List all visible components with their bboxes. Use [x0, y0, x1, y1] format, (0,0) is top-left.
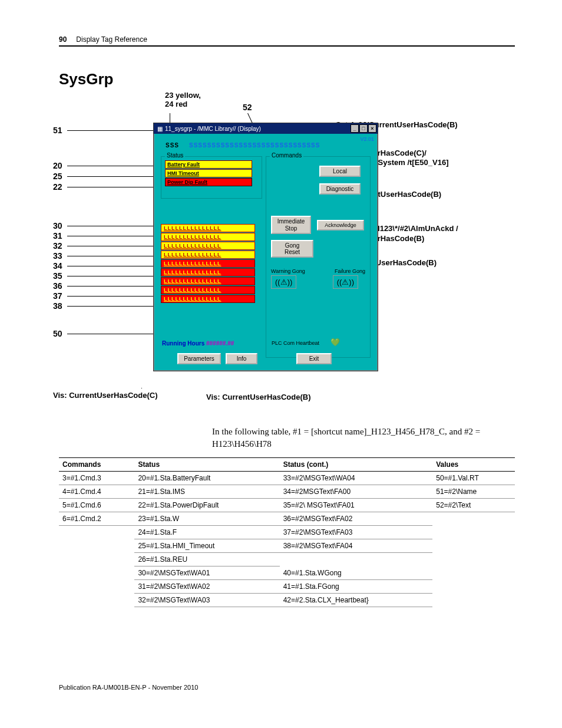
table-cell: 40=#1.Sta.WGong: [280, 566, 433, 580]
table-cell: 36=#2\MSGText\FA02: [280, 512, 433, 526]
local-button[interactable]: Local: [319, 166, 361, 177]
immediate-stop-button[interactable]: Immediate Stop: [271, 216, 311, 234]
failure-gong-label: Failure Gong: [335, 268, 365, 274]
commands-group-label: Commands: [270, 152, 303, 159]
callout-51: 51: [53, 126, 62, 135]
tag-table: Commands Status Status (cont.) Values 3=…: [59, 457, 515, 607]
callout-25: 25: [53, 172, 62, 181]
callout-36: 36: [53, 281, 62, 291]
list-item: LLLLLLLLLLLLLLL: [161, 268, 255, 276]
running-hours-value: ######.##: [206, 340, 234, 347]
table-cell: 30=#2\MSGText\WA01: [134, 566, 279, 580]
status-hmi-timeout: HMI Timeout: [165, 169, 252, 177]
heartbeat-icon: 💚: [330, 338, 340, 347]
table-cell: [432, 594, 515, 607]
table-cell: 50=#1.Val.RT: [432, 472, 515, 485]
table-cell: [280, 553, 433, 566]
status-power-dip: Power Dip Fault: [165, 178, 252, 186]
maximize-icon[interactable]: □: [359, 124, 368, 133]
col-values: Values: [432, 458, 515, 472]
gong-reset-button[interactable]: Gong Reset: [271, 240, 313, 258]
acknowledge-button[interactable]: Acknowledge: [317, 220, 364, 230]
callout-32: 32: [53, 241, 62, 251]
close-icon[interactable]: ×: [368, 124, 376, 133]
table-cell: 37=#2\MSGText\FA03: [280, 526, 433, 539]
table-cell: 21=#1.Sta.IMS: [134, 485, 279, 499]
table-cell: 3=#1.Cmd.3: [59, 472, 134, 485]
running-hours-label: Running Hours: [162, 340, 204, 347]
info-button[interactable]: Info: [226, 353, 257, 364]
table-cell: [432, 566, 515, 580]
plc-heartbeat-label: PLC Com Heartbeat: [272, 340, 319, 346]
topbar-left: SSS: [166, 142, 179, 149]
window-titlebar: ▦ 11_sysgrp - /MMC Library// (Display) _…: [154, 123, 378, 134]
table-cell: 23=#1.Sta.W: [134, 512, 279, 526]
list-item: LLLLLLLLLLLLLLL: [161, 251, 255, 259]
alarm-list: LLLLLLLLLLLLLLL LLLLLLLLLLLLLLL LLLLLLLL…: [161, 223, 255, 304]
callout-50: 50: [53, 329, 62, 338]
table-cell: 31=#2\MSGText\WA02: [134, 580, 279, 594]
callout-34: 34: [53, 261, 62, 271]
table-cell: [432, 580, 515, 594]
footer: Publication RA-UM001B-EN-P - November 20…: [59, 684, 515, 691]
callout-20: 20: [53, 161, 62, 170]
version-label: V2.01: [360, 136, 374, 142]
window-icon: ▦: [157, 126, 163, 132]
warning-gong-icon: ((⚠)): [271, 275, 296, 289]
callout-30: 30: [53, 221, 62, 230]
chapter-title: Display Tag Reference: [76, 35, 147, 44]
list-item: LLLLLLLLLLLLLLL: [161, 259, 255, 268]
page-header: 90 Display Tag Reference: [59, 35, 515, 47]
callout-33: 33: [53, 251, 62, 261]
callout-visC: Vis: CurrentUserHasCode(C): [53, 391, 157, 400]
table-cell: 35=#2\ MSGText\FA01: [280, 499, 433, 512]
table-cell: [59, 553, 134, 566]
table-cell: 38=#2\MSGText\FA04: [280, 539, 433, 553]
hmi-window: ▦ 11_sysgrp - /MMC Library// (Display) _…: [153, 123, 378, 371]
col-status-cont: Status (cont.): [280, 458, 433, 472]
table-cell: [59, 566, 134, 580]
table-cell: [59, 594, 134, 607]
callout-31: 31: [53, 231, 62, 241]
callout-38: 38: [53, 301, 62, 311]
window-title: 11_sysgrp - /MMC Library// (Display): [165, 126, 261, 132]
table-cell: 41=#1.Sta.FGong: [280, 580, 433, 594]
table-cell: [59, 526, 134, 539]
table-cell: 22=#1.Sta.PowerDipFault: [134, 499, 279, 512]
parameters-button[interactable]: Parameters: [177, 353, 221, 364]
minimize-icon[interactable]: _: [351, 124, 359, 133]
callout-52: 52: [243, 103, 252, 112]
table-cell: [59, 539, 134, 553]
status-battery-fault: Battery Fault: [165, 160, 252, 169]
status-group-label: Status: [165, 152, 185, 159]
table-cell: 32=#2\MSGText\WA03: [134, 594, 279, 607]
callout-visB: Vis: CurrentUserHasCode(B): [206, 393, 310, 401]
table-note: In the following table, #1 = [shortcut n…: [212, 426, 507, 450]
table-cell: 6=#1.Cmd.2: [59, 512, 134, 526]
list-item: LLLLLLLLLLLLLLL: [161, 277, 255, 285]
col-commands: Commands: [59, 458, 134, 472]
table-cell: [432, 553, 515, 566]
exit-button[interactable]: Exit: [296, 353, 332, 364]
table-cell: 34=#2MSGText\FA00: [280, 485, 433, 499]
table-cell: 25=#1.Sta.HMI_Timeout: [134, 539, 279, 553]
table-cell: 5=#1.Cmd.6: [59, 499, 134, 512]
diagnostic-button[interactable]: Diagnostic: [319, 183, 361, 195]
list-item: LLLLLLLLLLLLLLL: [161, 286, 255, 294]
list-item: LLLLLLLLLLLLLLL: [161, 295, 255, 303]
topbar-right: SSSSSSSSSSSSSSSSSSSSSSSSSSSSS: [189, 142, 320, 149]
table-cell: [432, 526, 515, 539]
col-status: Status: [134, 458, 279, 472]
page-number: 90: [59, 35, 67, 44]
table-cell: 51=#2\Name: [432, 485, 515, 499]
section-title: SysGrp: [59, 70, 515, 88]
callout-22: 22: [53, 182, 62, 192]
list-item: LLLLLLLLLLLLLLL: [161, 224, 255, 232]
callout-35: 35: [53, 271, 62, 281]
table-cell: [432, 512, 515, 526]
table-cell: 26=#1.Sta.REU: [134, 553, 279, 566]
list-item: LLLLLLLLLLLLLLL: [161, 242, 255, 250]
table-cell: 33=#2\MSGText\WA04: [280, 472, 433, 485]
table-cell: 52=#2\Text: [432, 499, 515, 512]
commands-group: Commands Local Diagnostic Immediate Stop…: [266, 156, 371, 358]
